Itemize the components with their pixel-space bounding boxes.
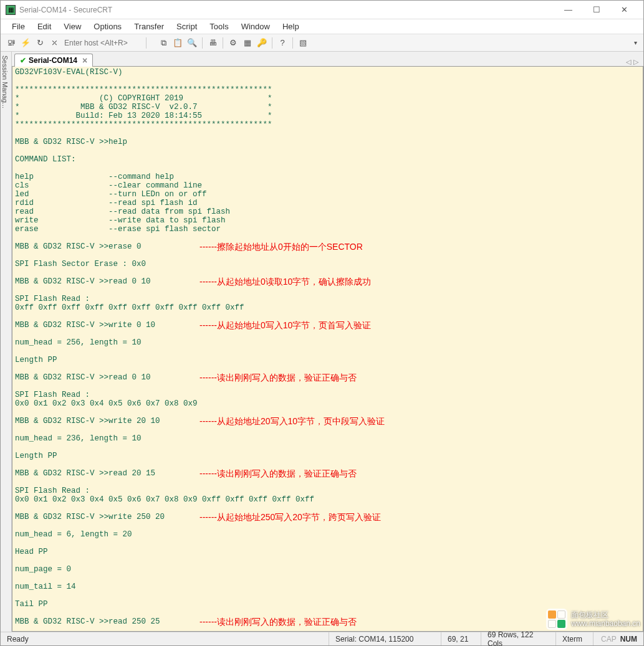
watermark-text: 面包板社区 www.mianbaoban.cn [571, 610, 640, 628]
content: ✔ Serial-COM14 × ◁ ▷ GD32VF103V-EVAL(RIS… [12, 52, 643, 632]
status-ready: Ready [1, 632, 329, 645]
separator [146, 37, 147, 49]
annotation: ------从起始地址0写入10字节，页首写入验证 [199, 321, 371, 330]
main-area: Session Manag... ✔ Serial-COM14 × ◁ ▷ GD… [1, 52, 643, 632]
menu-tools[interactable]: Tools [204, 21, 233, 32]
separator [292, 37, 293, 49]
terminal[interactable]: GD32VF103V-EVAL(RISC-V) ****************… [12, 67, 643, 632]
connected-icon: ✔ [20, 56, 26, 65]
menu-window[interactable]: Window [236, 21, 275, 32]
terminal-line: 0x0 0x1 0x2 0x3 0x4 0x5 0x6 0x7 0x8 0x9 … [15, 495, 640, 504]
close-button[interactable]: ✕ [610, 1, 638, 19]
terminal-line [15, 478, 640, 487]
terminal-line [15, 330, 640, 338]
find-icon[interactable]: 🔍 [185, 36, 199, 50]
terminal-line: led --turn LEDn on or off [15, 190, 640, 199]
session-options-icon[interactable]: ▦ [241, 36, 254, 50]
window-controls: — ☐ ✕ [554, 1, 638, 19]
annotation: ------读出刚刚写入的数据，验证正确与否 [199, 469, 357, 478]
tab-serial-com14[interactable]: ✔ Serial-COM14 × [14, 54, 93, 67]
tab-next-icon[interactable]: ▷ [633, 58, 638, 66]
window-title: Serial-COM14 - SecureCRT [19, 6, 554, 14]
separator [223, 37, 223, 49]
quick-connect-icon[interactable]: ⚡ [19, 36, 32, 50]
terminal-line [15, 425, 640, 434]
menu-file[interactable]: File [7, 21, 30, 32]
menu-options[interactable]: Options [89, 21, 127, 32]
tab-prev-icon[interactable]: ◁ [626, 58, 631, 66]
separator [202, 37, 203, 49]
terminal-line: Head PP [15, 548, 640, 556]
connect-icon[interactable]: 🖳 [4, 36, 18, 50]
terminal-line: SPI Flash Sector Erase : 0x0 [15, 260, 640, 268]
terminal-line [15, 521, 640, 530]
toolbar-dropdown-icon[interactable]: ▾ [632, 39, 640, 46]
terminal-line: * (C) COPYRIGHT 2019 * [15, 94, 640, 103]
print-icon[interactable]: 🖶 [206, 36, 219, 50]
num-indicator: NUM [620, 635, 637, 644]
terminal-line [15, 164, 640, 173]
terminal-line: ****************************************… [15, 85, 640, 94]
terminal-line: 0xff 0xff 0xff 0xff 0xff 0xff 0xff 0xff … [15, 303, 640, 312]
terminal-line: help --command help [15, 173, 640, 181]
terminal-line [15, 129, 640, 138]
terminal-line: GD32VF103V-EVAL(RISC-V) [15, 68, 640, 77]
host-input[interactable] [62, 37, 143, 49]
terminal-line [15, 364, 640, 373]
menu-edit[interactable]: Edit [32, 21, 56, 32]
copy-icon[interactable]: ⧉ [156, 36, 170, 50]
menu-transfer[interactable]: Transfer [129, 21, 169, 32]
menu-view[interactable]: View [59, 21, 86, 32]
terminal-line [15, 234, 640, 242]
annotation: ------读出刚刚写入的数据，验证正确与否 [199, 617, 357, 626]
terminal-line: ****************************************… [15, 120, 640, 129]
titlebar: ▦ Serial-COM14 - SecureCRT — ☐ ✕ [1, 1, 643, 19]
app-icon: ▦ [6, 5, 16, 15]
tab-nav: ◁ ▷ [626, 58, 641, 66]
menu-script[interactable]: Script [171, 21, 202, 32]
terminal-line: 0x0 0x1 0x2 0x3 0x4 0x5 0x6 0x7 0x8 0x9 [15, 399, 640, 408]
terminal-line: Length PP [15, 452, 640, 460]
terminal-line: num_tail = 14 [15, 582, 640, 591]
annotation: ------从起始地址250写入20字节，跨页写入验证 [199, 513, 381, 521]
caps-indicator: CAP [601, 635, 617, 644]
statusbar: Ready Serial: COM14, 115200 69, 21 69 Ro… [1, 632, 643, 645]
key-icon[interactable]: 🔑 [255, 36, 269, 50]
annotation: ------擦除起始地址从0开始的一个SECTOR [199, 242, 363, 251]
settings-icon[interactable]: ⚙ [226, 36, 240, 50]
terminal-line: SPI Flash Read : [15, 295, 640, 303]
terminal-line [15, 408, 640, 417]
status-term: Xterm [556, 632, 594, 645]
paste-icon[interactable]: 📋 [171, 36, 185, 50]
terminal-line: SPI Flash Read : [15, 487, 640, 495]
terminal-line [15, 312, 640, 321]
separator [272, 37, 272, 49]
terminal-line: num_head = 6, length = 20 [15, 530, 640, 539]
minimize-button[interactable]: — [554, 1, 582, 19]
tab-label: Serial-COM14 [29, 56, 77, 65]
annotation: ------读出刚刚写入的数据，验证正确与否 [199, 373, 357, 382]
terminal-line: * Build: Feb 13 2020 18:14:55 * [15, 112, 640, 120]
status-cursor: 69, 21 [441, 632, 481, 645]
tab-close-icon[interactable]: × [82, 55, 87, 65]
terminal-line: Tail PP [15, 600, 640, 609]
toolbar: 🖳 ⚡ ↻ ⤫ ⧉ 📋 🔍 🖶 ⚙ ▦ 🔑 ? ▧ ▾ [1, 34, 643, 52]
terminal-line [15, 574, 640, 582]
color-icon[interactable]: ▧ [296, 36, 310, 50]
terminal-line: COMMAND LIST: [15, 155, 640, 164]
menu-help[interactable]: Help [277, 21, 304, 32]
help-icon[interactable]: ? [276, 36, 289, 50]
terminal-line [15, 504, 640, 513]
disconnect-icon[interactable]: ⤫ [47, 36, 61, 50]
session-manager-tab[interactable]: Session Manag... [1, 52, 12, 632]
annotation: ------从起始地址0读取10字节，确认擦除成功 [199, 277, 371, 286]
terminal-line [15, 268, 640, 277]
terminal-line [15, 251, 640, 260]
terminal-line [15, 382, 640, 391]
terminal-line: num_page = 0 [15, 565, 640, 574]
terminal-line [15, 460, 640, 469]
reconnect-icon[interactable]: ↻ [33, 36, 47, 50]
app-window: ▦ Serial-COM14 - SecureCRT — ☐ ✕ File Ed… [0, 0, 644, 646]
maximize-button[interactable]: ☐ [582, 1, 610, 19]
status-caps: CAP NUM [594, 632, 643, 645]
